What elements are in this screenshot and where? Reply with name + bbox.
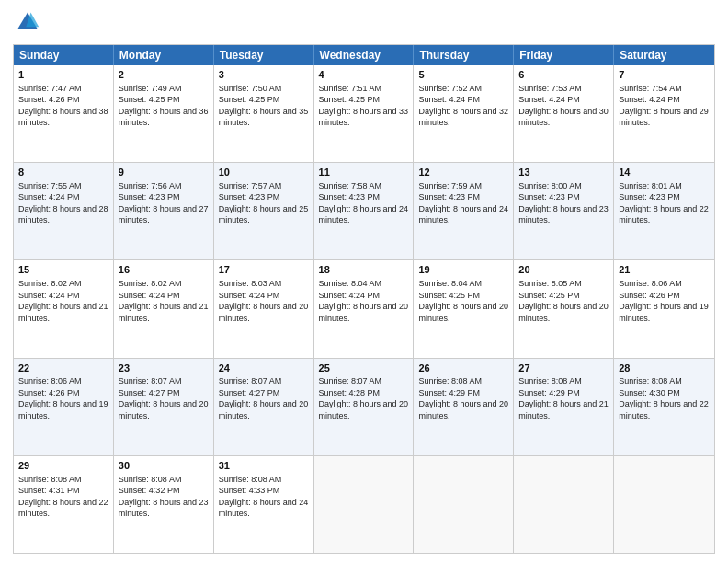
cell-text: Sunrise: 8:02 AMSunset: 4:24 PMDaylight:… — [119, 279, 209, 322]
cell-text: Sunrise: 8:08 AMSunset: 4:32 PMDaylight:… — [119, 475, 209, 518]
day-number: 16 — [119, 263, 209, 277]
cell-text: Sunrise: 8:04 AMSunset: 4:24 PMDaylight:… — [319, 279, 409, 322]
table-row: 1Sunrise: 7:47 AMSunset: 4:26 PMDaylight… — [14, 65, 114, 162]
day-number: 30 — [119, 459, 209, 473]
day-number: 27 — [518, 362, 609, 375]
day-number: 20 — [518, 263, 609, 277]
table-row: 10Sunrise: 7:57 AMSunset: 4:23 PMDayligh… — [214, 163, 314, 259]
table-row: 3Sunrise: 7:50 AMSunset: 4:25 PMDaylight… — [214, 65, 314, 162]
table-row: 18Sunrise: 8:04 AMSunset: 4:24 PMDayligh… — [314, 260, 415, 357]
table-row: 29Sunrise: 8:08 AMSunset: 4:31 PMDayligh… — [14, 456, 114, 553]
day-number: 13 — [518, 166, 609, 179]
day-number: 11 — [319, 166, 409, 179]
table-row: 17Sunrise: 8:03 AMSunset: 4:24 PMDayligh… — [214, 260, 314, 357]
day-number: 28 — [619, 362, 710, 375]
cell-text: Sunrise: 8:08 AMSunset: 4:33 PMDaylight:… — [219, 475, 309, 518]
day-number: 18 — [319, 263, 409, 277]
table-row: 20Sunrise: 8:05 AMSunset: 4:25 PMDayligh… — [514, 260, 614, 357]
table-row: 7Sunrise: 7:54 AMSunset: 4:24 PMDaylight… — [614, 65, 714, 162]
table-row: 15Sunrise: 8:02 AMSunset: 4:24 PMDayligh… — [14, 260, 114, 357]
header — [13, 9, 715, 39]
table-row: 11Sunrise: 7:58 AMSunset: 4:23 PMDayligh… — [314, 163, 415, 259]
cell-text: Sunrise: 8:02 AMSunset: 4:24 PMDaylight:… — [18, 279, 108, 322]
table-row — [314, 456, 415, 553]
table-row: 31Sunrise: 8:08 AMSunset: 4:33 PMDayligh… — [214, 456, 314, 553]
day-number: 4 — [319, 68, 409, 82]
table-row: 5Sunrise: 7:52 AMSunset: 4:24 PMDaylight… — [414, 65, 514, 162]
day-header-friday: Friday — [514, 45, 614, 65]
day-header-thursday: Thursday — [414, 45, 514, 65]
table-row: 6Sunrise: 7:53 AMSunset: 4:24 PMDaylight… — [514, 65, 614, 162]
cell-text: Sunrise: 8:08 AMSunset: 4:30 PMDaylight:… — [619, 376, 709, 419]
day-number: 15 — [18, 263, 108, 277]
day-number: 17 — [219, 263, 309, 277]
day-number: 24 — [219, 362, 309, 375]
cell-text: Sunrise: 7:50 AMSunset: 4:25 PMDaylight:… — [219, 84, 309, 127]
table-row: 26Sunrise: 8:08 AMSunset: 4:29 PMDayligh… — [414, 359, 514, 455]
table-row: 28Sunrise: 8:08 AMSunset: 4:30 PMDayligh… — [614, 359, 714, 455]
day-number: 1 — [18, 68, 108, 82]
cell-text: Sunrise: 8:05 AMSunset: 4:25 PMDaylight:… — [518, 279, 609, 322]
cell-text: Sunrise: 8:08 AMSunset: 4:29 PMDaylight:… — [418, 376, 508, 419]
calendar-row: 29Sunrise: 8:08 AMSunset: 4:31 PMDayligh… — [14, 455, 714, 553]
table-row: 14Sunrise: 8:01 AMSunset: 4:23 PMDayligh… — [614, 163, 714, 259]
day-number: 8 — [18, 166, 108, 179]
calendar: SundayMondayTuesdayWednesdayThursdayFrid… — [13, 44, 715, 554]
table-row: 16Sunrise: 8:02 AMSunset: 4:24 PMDayligh… — [114, 260, 214, 357]
calendar-row: 8Sunrise: 7:55 AMSunset: 4:24 PMDaylight… — [14, 162, 714, 259]
table-row — [514, 456, 614, 553]
table-row: 9Sunrise: 7:56 AMSunset: 4:23 PMDaylight… — [114, 163, 214, 259]
cell-text: Sunrise: 8:01 AMSunset: 4:23 PMDaylight:… — [619, 181, 709, 224]
day-number: 7 — [619, 68, 710, 82]
cell-text: Sunrise: 7:51 AMSunset: 4:25 PMDaylight:… — [319, 84, 409, 127]
day-number: 10 — [219, 166, 309, 179]
cell-text: Sunrise: 8:07 AMSunset: 4:27 PMDaylight:… — [219, 376, 309, 419]
table-row: 12Sunrise: 7:59 AMSunset: 4:23 PMDayligh… — [414, 163, 514, 259]
table-row: 4Sunrise: 7:51 AMSunset: 4:25 PMDaylight… — [314, 65, 415, 162]
calendar-row: 22Sunrise: 8:06 AMSunset: 4:26 PMDayligh… — [14, 358, 714, 455]
cell-text: Sunrise: 7:52 AMSunset: 4:24 PMDaylight:… — [418, 84, 508, 127]
day-number: 23 — [119, 362, 209, 375]
day-number: 22 — [18, 362, 108, 375]
day-number: 29 — [18, 459, 108, 473]
calendar-row: 1Sunrise: 7:47 AMSunset: 4:26 PMDaylight… — [14, 65, 714, 162]
day-number: 3 — [219, 68, 309, 82]
day-number: 2 — [119, 68, 209, 82]
day-number: 14 — [619, 166, 710, 179]
calendar-row: 15Sunrise: 8:02 AMSunset: 4:24 PMDayligh… — [14, 259, 714, 357]
cell-text: Sunrise: 7:49 AMSunset: 4:25 PMDaylight:… — [119, 84, 209, 127]
cell-text: Sunrise: 8:07 AMSunset: 4:28 PMDaylight:… — [319, 376, 409, 419]
day-number: 9 — [119, 166, 209, 179]
cell-text: Sunrise: 8:04 AMSunset: 4:25 PMDaylight:… — [418, 279, 508, 322]
day-header-sunday: Sunday — [14, 45, 114, 65]
cell-text: Sunrise: 7:58 AMSunset: 4:23 PMDaylight:… — [319, 181, 409, 224]
day-number: 26 — [418, 362, 508, 375]
cell-text: Sunrise: 8:07 AMSunset: 4:27 PMDaylight:… — [119, 376, 209, 419]
table-row: 25Sunrise: 8:07 AMSunset: 4:28 PMDayligh… — [314, 359, 415, 455]
day-number: 19 — [418, 263, 508, 277]
logo-icon — [15, 9, 40, 35]
day-header-tuesday: Tuesday — [214, 45, 314, 65]
table-row: 19Sunrise: 8:04 AMSunset: 4:25 PMDayligh… — [414, 260, 514, 357]
cell-text: Sunrise: 8:08 AMSunset: 4:29 PMDaylight:… — [518, 376, 609, 419]
day-header-wednesday: Wednesday — [314, 45, 415, 65]
table-row: 22Sunrise: 8:06 AMSunset: 4:26 PMDayligh… — [14, 359, 114, 455]
table-row — [614, 456, 714, 553]
day-number: 12 — [418, 166, 508, 179]
cell-text: Sunrise: 7:56 AMSunset: 4:23 PMDaylight:… — [119, 181, 209, 224]
cell-text: Sunrise: 8:08 AMSunset: 4:31 PMDaylight:… — [18, 475, 108, 518]
cell-text: Sunrise: 7:57 AMSunset: 4:23 PMDaylight:… — [219, 181, 309, 224]
table-row — [414, 456, 514, 553]
logo — [13, 9, 40, 39]
table-row: 2Sunrise: 7:49 AMSunset: 4:25 PMDaylight… — [114, 65, 214, 162]
day-number: 6 — [518, 68, 609, 82]
table-row: 27Sunrise: 8:08 AMSunset: 4:29 PMDayligh… — [514, 359, 614, 455]
table-row: 8Sunrise: 7:55 AMSunset: 4:24 PMDaylight… — [14, 163, 114, 259]
table-row: 23Sunrise: 8:07 AMSunset: 4:27 PMDayligh… — [114, 359, 214, 455]
cell-text: Sunrise: 7:53 AMSunset: 4:24 PMDaylight:… — [518, 84, 609, 127]
calendar-header: SundayMondayTuesdayWednesdayThursdayFrid… — [14, 45, 714, 65]
day-number: 31 — [219, 459, 309, 473]
table-row: 21Sunrise: 8:06 AMSunset: 4:26 PMDayligh… — [614, 260, 714, 357]
day-header-saturday: Saturday — [614, 45, 714, 65]
cell-text: Sunrise: 8:06 AMSunset: 4:26 PMDaylight:… — [619, 279, 709, 322]
